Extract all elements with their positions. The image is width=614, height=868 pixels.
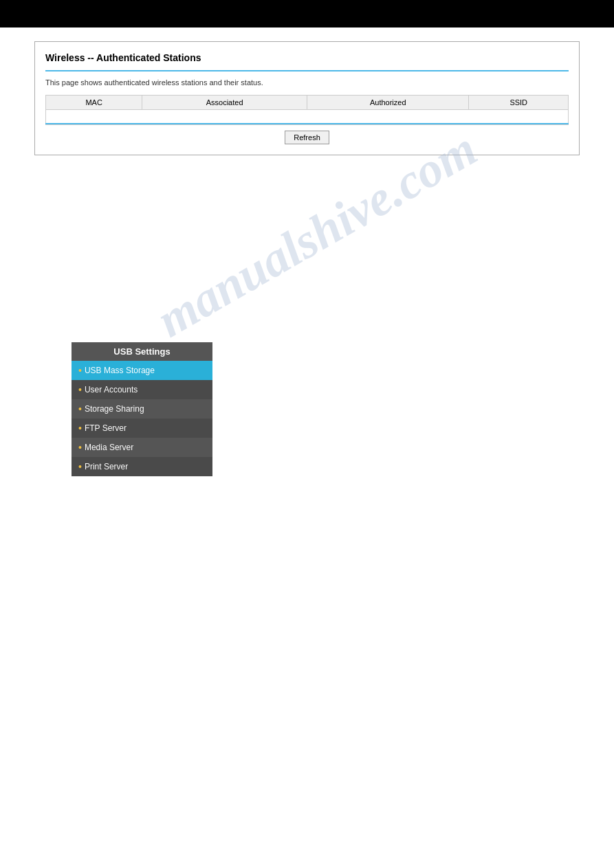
- bullet-icon: •: [78, 423, 82, 434]
- bullet-icon: •: [78, 365, 82, 376]
- sidebar-item-storage-sharing[interactable]: • Storage Sharing: [72, 399, 212, 419]
- table-empty-row: [46, 110, 569, 124]
- sidebar-item-label: Storage Sharing: [85, 404, 144, 414]
- sidebar-item-ftp-server[interactable]: • FTP Server: [72, 419, 212, 438]
- col-authorized: Authorized: [307, 96, 469, 110]
- col-ssid: SSID: [469, 96, 569, 110]
- refresh-button[interactable]: Refresh: [285, 131, 329, 144]
- sidebar-item-label: USB Mass Storage: [85, 366, 155, 375]
- bullet-icon: •: [78, 384, 82, 395]
- sidebar-item-user-accounts[interactable]: • User Accounts: [72, 380, 212, 399]
- header-bar: [0, 0, 614, 27]
- bullet-icon: •: [78, 461, 82, 472]
- panel-description: This page shows authenticated wireless s…: [45, 78, 569, 87]
- bullet-icon: •: [78, 403, 82, 414]
- panel-title: Wireless -- Authenticated Stations: [45, 52, 569, 63]
- bullet-icon: •: [78, 442, 82, 453]
- sidebar-item-print-server[interactable]: • Print Server: [72, 457, 212, 476]
- sidebar-item-media-server[interactable]: • Media Server: [72, 438, 212, 457]
- table-divider-row: [46, 124, 569, 125]
- col-associated: Associated: [142, 96, 307, 110]
- panel-divider: [45, 70, 569, 71]
- refresh-area: Refresh: [45, 131, 569, 144]
- usb-sidebar: USB Settings • USB Mass Storage • User A…: [72, 342, 212, 476]
- col-mac: MAC: [46, 96, 142, 110]
- sidebar-item-label: Media Server: [85, 443, 133, 452]
- sidebar-item-label: Print Server: [85, 462, 128, 471]
- sidebar-item-label: FTP Server: [85, 423, 127, 433]
- stations-table: MAC Associated Authorized SSID: [45, 95, 569, 125]
- usb-sidebar-title: USB Settings: [72, 342, 212, 361]
- sidebar-item-label: User Accounts: [85, 385, 138, 394]
- wireless-panel: Wireless -- Authenticated Stations This …: [34, 41, 580, 155]
- sidebar-item-usb-mass-storage[interactable]: • USB Mass Storage: [72, 361, 212, 380]
- main-content: Wireless -- Authenticated Stations This …: [0, 27, 614, 190]
